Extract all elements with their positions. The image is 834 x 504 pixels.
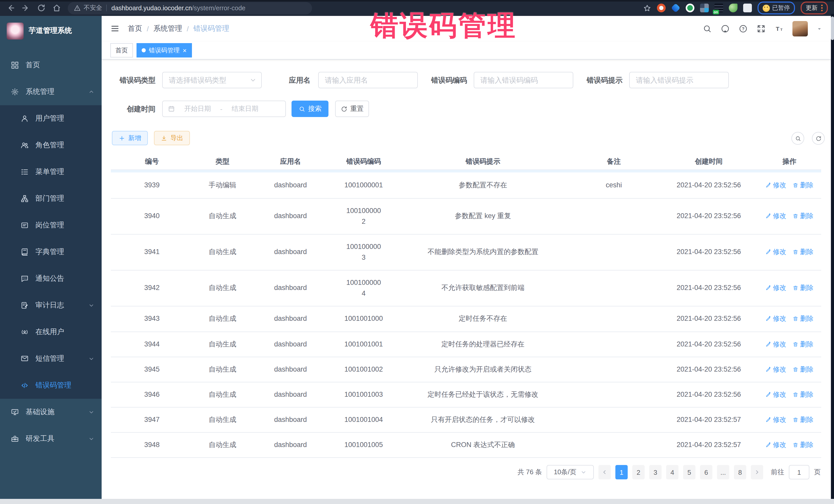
edit-link[interactable]: 修改 xyxy=(765,365,786,375)
table-row[interactable]: 3947自动生成dashboard1001001004只有开启状态的任务，才可以… xyxy=(111,408,821,433)
browser-menu-icon[interactable] xyxy=(821,5,823,11)
edit-link[interactable]: 修改 xyxy=(765,390,786,400)
extension-list-icon[interactable]: on xyxy=(714,4,723,12)
table-row[interactable]: 3939手动编辑dashboard1001000001参数配置不存在ceshi2… xyxy=(111,172,821,199)
table-row[interactable]: 3942自动生成dashboard100100000 4不允许获取敏感配置到前端… xyxy=(111,270,821,306)
sidebar-item-基础设施[interactable]: 基础设施 xyxy=(0,399,102,425)
search-button[interactable]: 搜索 xyxy=(291,101,328,117)
user-avatar[interactable] xyxy=(792,21,808,37)
update-button[interactable]: 更新 xyxy=(800,2,828,14)
page-button-8[interactable]: 8 xyxy=(734,465,746,479)
extension-checkmark-icon[interactable] xyxy=(685,4,694,12)
breadcrumb-system[interactable]: 系统管理 xyxy=(153,24,182,34)
tab-close-icon[interactable]: × xyxy=(183,47,186,53)
extension-gem-icon[interactable] xyxy=(671,3,680,13)
table-row[interactable]: 3946自动生成dashboard1001001003定时任务已经处于该状态，无… xyxy=(111,382,821,408)
help-icon[interactable]: ? xyxy=(739,24,748,34)
more-pages-button[interactable]: ... xyxy=(717,465,729,479)
delete-link[interactable]: 删除 xyxy=(792,339,813,350)
filter-code-input[interactable] xyxy=(474,72,573,88)
edit-link[interactable]: 修改 xyxy=(765,339,786,350)
table-row[interactable]: 3943自动生成dashboard1001001000定时任务不存在2021-0… xyxy=(111,306,821,332)
tab-home[interactable]: 首页 xyxy=(110,43,133,58)
edit-link[interactable]: 修改 xyxy=(765,211,786,221)
delete-link[interactable]: 删除 xyxy=(792,211,813,221)
edit-link[interactable]: 修改 xyxy=(765,415,786,425)
sidebar-item-通知公告[interactable]: 通知公告 xyxy=(0,265,102,292)
refresh-table-button[interactable] xyxy=(812,132,825,145)
edit-link[interactable]: 修改 xyxy=(765,180,786,191)
delete-link[interactable]: 删除 xyxy=(792,314,813,324)
page-button-6[interactable]: 6 xyxy=(700,465,712,479)
breadcrumb-home[interactable]: 首页 xyxy=(128,24,142,34)
address-bar[interactable]: 不安全 dashboard.yudao.iocoder.cn/system/er… xyxy=(68,2,312,14)
sidebar-item-审计日志[interactable]: 审计日志 xyxy=(0,292,102,319)
user-menu-caret-icon[interactable] xyxy=(816,26,822,31)
page-button-2[interactable]: 2 xyxy=(632,465,644,479)
extensions-puzzle-icon[interactable] xyxy=(743,4,752,12)
sidebar-item-错误码管理[interactable]: 错误码管理 xyxy=(0,372,102,399)
back-icon[interactable] xyxy=(6,4,15,12)
bookmark-star-icon[interactable] xyxy=(643,4,651,12)
edit-link[interactable]: 修改 xyxy=(765,440,786,450)
delete-link[interactable]: 删除 xyxy=(792,180,813,191)
github-icon[interactable] xyxy=(721,24,730,34)
font-size-icon[interactable]: TT xyxy=(774,24,784,34)
table-row[interactable]: 3944自动生成dashboard1001001001定时任务的处理器已经存在2… xyxy=(111,332,821,357)
page-scrollbar[interactable] xyxy=(831,14,834,499)
sidebar-item-菜单管理[interactable]: 菜单管理 xyxy=(0,159,102,185)
sidebar-item-用户管理[interactable]: 用户管理 xyxy=(0,105,102,132)
sidebar-item-在线用户[interactable]: 在线用户 xyxy=(0,319,102,345)
table-row[interactable]: 3948自动生成dashboard1001001005CRON 表达式不正确20… xyxy=(111,433,821,458)
page-button-4[interactable]: 4 xyxy=(666,465,679,479)
tab-error-code[interactable]: 错误码管理× xyxy=(136,43,192,58)
export-button[interactable]: 导出 xyxy=(154,131,190,145)
extension-leaf-icon[interactable] xyxy=(728,4,737,12)
filter-msg-input[interactable] xyxy=(629,72,729,88)
page-button-1[interactable]: 1 xyxy=(615,465,628,479)
collapse-menu-icon[interactable] xyxy=(110,24,119,34)
sidebar-item-首页[interactable]: 首页 xyxy=(0,52,102,79)
extension-grid-icon[interactable] xyxy=(700,4,708,12)
next-page-button[interactable] xyxy=(751,465,763,479)
table-row[interactable]: 3941自动生成dashboard100100000 3不能删除类型为系统内置的… xyxy=(111,235,821,270)
delete-link[interactable]: 删除 xyxy=(792,390,813,400)
sidebar-item-部门管理[interactable]: 部门管理 xyxy=(0,185,102,212)
app-logo-row[interactable]: 芋道管理系统 xyxy=(0,16,102,46)
delete-link[interactable]: 删除 xyxy=(792,415,813,425)
goto-page-input[interactable] xyxy=(789,465,809,479)
page-button-3[interactable]: 3 xyxy=(649,465,662,479)
show-search-toggle-button[interactable] xyxy=(791,132,804,145)
sidebar-item-研发工具[interactable]: 研发工具 xyxy=(0,425,102,452)
extension-ubuntu-icon[interactable] xyxy=(657,4,665,12)
filter-type-select[interactable] xyxy=(162,72,262,88)
page-button-5[interactable]: 5 xyxy=(683,465,696,479)
sidebar-item-字典管理[interactable]: 字典管理 xyxy=(0,239,102,265)
filter-app-input[interactable] xyxy=(318,72,418,88)
sidebar-item-角色管理[interactable]: 角色管理 xyxy=(0,132,102,159)
table-row[interactable]: 3940自动生成dashboard100100000 2参数配置 key 重复2… xyxy=(111,199,821,235)
search-icon[interactable] xyxy=(703,24,712,34)
reset-button[interactable]: 重置 xyxy=(335,101,369,117)
paused-extension-pill[interactable]: 已暂停 xyxy=(757,2,795,14)
forward-icon[interactable] xyxy=(22,4,30,12)
edit-link[interactable]: 修改 xyxy=(765,247,786,257)
delete-link[interactable]: 删除 xyxy=(792,283,813,293)
delete-link[interactable]: 删除 xyxy=(792,247,813,257)
home-icon[interactable] xyxy=(52,4,61,12)
date-range-picker[interactable]: 开始日期 - 结束日期 xyxy=(162,101,286,117)
prev-page-button[interactable] xyxy=(598,465,611,479)
edit-link[interactable]: 修改 xyxy=(765,314,786,324)
table-row[interactable]: 3945自动生成dashboard1001001002只允许修改为开启或者关闭状… xyxy=(111,357,821,382)
edit-link[interactable]: 修改 xyxy=(765,283,786,293)
delete-link[interactable]: 删除 xyxy=(792,365,813,375)
delete-link[interactable]: 删除 xyxy=(792,440,813,450)
sidebar-item-岗位管理[interactable]: 岗位管理 xyxy=(0,212,102,239)
scrollbar-thumb[interactable] xyxy=(831,17,834,40)
add-button[interactable]: 新增 xyxy=(112,131,148,145)
page-size-select[interactable]: 10条/页 xyxy=(547,465,594,479)
sidebar-item-系统管理[interactable]: 系统管理 xyxy=(0,79,102,105)
fullscreen-icon[interactable] xyxy=(756,24,766,34)
reload-icon[interactable] xyxy=(37,4,46,12)
sidebar-item-短信管理[interactable]: 短信管理 xyxy=(0,345,102,372)
